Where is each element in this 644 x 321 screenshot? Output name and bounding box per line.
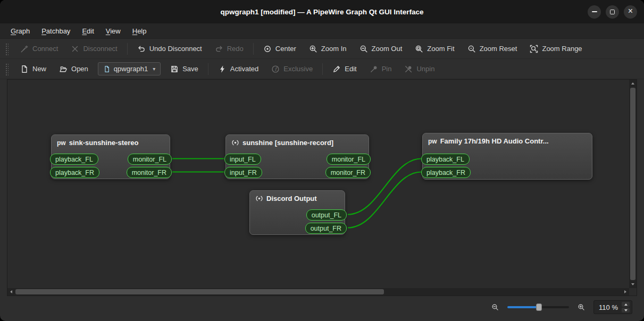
close-button[interactable]: × — [624, 5, 637, 19]
arrow-left-icon — [10, 290, 12, 293]
graph-port[interactable]: output_FL — [306, 209, 347, 221]
statusbar-zoom-in-button[interactable] — [575, 302, 587, 312]
menu-help[interactable]: Help — [127, 26, 152, 37]
zoom-in-button[interactable]: Zoom In — [303, 41, 353, 56]
maximize-icon — [610, 10, 615, 14]
zoom-decrement-button[interactable] — [622, 308, 630, 312]
edit-toggle[interactable]: Edit — [327, 62, 362, 77]
graph-canvas-frame: pw sink-sunshine-stereo playback_FL play… — [7, 79, 637, 296]
vertical-scrollbar[interactable] — [629, 80, 637, 288]
node-title: sink-sunshine-stereo — [69, 139, 139, 147]
exclusive-toggle[interactable]: f Exclusive — [265, 62, 319, 77]
close-icon: × — [628, 7, 633, 15]
pin-label: Pin — [382, 65, 392, 73]
disconnect-button[interactable]: Disconnect — [65, 41, 123, 56]
node-sunshine-record[interactable]: sunshine [sunshine-record] input_FL inpu… — [225, 134, 369, 179]
toolbar-grip-handle[interactable] — [5, 43, 9, 55]
new-patchbay-button[interactable]: New — [14, 62, 52, 77]
patchbay-file-icon — [103, 65, 111, 73]
scroll-up-button[interactable] — [629, 80, 637, 87]
zoom-range-icon — [530, 45, 538, 53]
zoom-range-button[interactable]: Zoom Range — [524, 41, 588, 56]
graph-port[interactable]: monitor_FR — [127, 167, 172, 178]
zoom-reset-button[interactable]: Zoom Reset — [462, 41, 523, 56]
exclusive-label: Exclusive — [283, 65, 313, 73]
undo-label: Undo Disconnect — [149, 45, 202, 53]
menu-help-label: elp — [137, 27, 146, 35]
node-title: Family 17h/19h HD Audio Contr... — [440, 137, 549, 145]
graph-port[interactable]: playback_FL — [50, 154, 98, 165]
pipewire-icon: pw — [428, 138, 437, 145]
exclusive-icon: f — [271, 65, 280, 73]
toolbar-separator — [208, 63, 208, 75]
scroll-right-button[interactable] — [622, 288, 629, 295]
toolbar-grip-handle[interactable] — [5, 63, 9, 75]
chevron-down-icon: ▾ — [153, 66, 155, 72]
menu-patchbay[interactable]: Patchbay — [36, 26, 76, 37]
graph-port[interactable]: playback_FR — [50, 167, 99, 178]
graph-port[interactable]: playback_FR — [421, 167, 471, 178]
redo-button[interactable]: Redo — [209, 41, 249, 56]
center-icon — [263, 45, 272, 53]
save-icon — [170, 65, 179, 73]
undo-button[interactable]: Undo Disconnect — [131, 41, 208, 56]
node-sink-sunshine-stereo[interactable]: pw sink-sunshine-stereo playback_FL play… — [51, 134, 170, 179]
maximize-button[interactable] — [606, 5, 619, 19]
connect-button[interactable]: Connect — [14, 41, 64, 56]
zoom-slider[interactable] — [507, 303, 569, 311]
zoom-spinbox[interactable]: 110 % — [593, 300, 632, 314]
horizontal-scrollbar[interactable] — [7, 288, 629, 295]
lightning-icon — [218, 65, 227, 73]
vertical-scrollbar-thumb[interactable] — [630, 88, 635, 280]
graph-port[interactable]: monitor_FL — [128, 154, 172, 165]
menu-edit[interactable]: Edit — [77, 26, 99, 37]
scrollbar-corner — [629, 288, 637, 295]
save-patchbay-button[interactable]: Save — [164, 62, 204, 77]
node-discord-output[interactable]: Discord Output output_FL output_FR — [249, 190, 345, 235]
zoom-in-label: Zoom In — [321, 45, 347, 53]
menu-view[interactable]: View — [101, 26, 126, 37]
zoom-value: 110 % — [599, 303, 618, 311]
horizontal-scrollbar-thumb[interactable] — [15, 289, 384, 294]
zoom-slider-handle[interactable] — [536, 303, 542, 311]
graph-port[interactable]: input_FR — [224, 167, 262, 178]
center-label: Center — [275, 45, 296, 53]
minimize-button[interactable] — [588, 5, 601, 19]
graph-canvas[interactable]: pw sink-sunshine-stereo playback_FL play… — [7, 80, 629, 288]
graph-port[interactable]: monitor_FL — [327, 154, 371, 165]
title-bar[interactable]: qpwgraph1 [modified] — A PipeWire Graph … — [0, 0, 644, 23]
zoom-in-icon — [309, 45, 317, 53]
app-window: qpwgraph1 [modified] — A PipeWire Graph … — [0, 0, 644, 321]
zoom-reset-icon — [467, 45, 476, 53]
node-family-hd-audio[interactable]: pw Family 17h/19h HD Audio Contr... play… — [422, 133, 592, 180]
pin-button[interactable]: Pin — [364, 62, 398, 77]
scroll-down-button[interactable] — [629, 281, 637, 288]
zoom-fit-button[interactable]: Zoom Fit — [409, 41, 460, 56]
zoom-out-button[interactable]: Zoom Out — [354, 41, 408, 56]
scroll-left-button[interactable] — [7, 288, 15, 295]
menu-graph[interactable]: Graph — [5, 26, 35, 37]
menu-view-mnemonic: V — [106, 27, 110, 35]
arrow-right-icon — [624, 290, 626, 293]
connect-label: Connect — [32, 45, 58, 53]
center-button[interactable]: Center — [257, 41, 302, 56]
open-patchbay-button[interactable]: Open — [53, 62, 94, 77]
graph-port[interactable]: output_FR — [305, 223, 347, 234]
zoom-out-label: Zoom Out — [372, 45, 403, 53]
patchbay-selector[interactable]: qpwgraph1 ▾ — [98, 62, 161, 75]
connection-edge[interactable] — [348, 172, 421, 228]
save-label: Save — [182, 65, 198, 73]
menu-graph-label: raph — [16, 27, 30, 35]
window-title: qpwgraph1 [modified] — A PipeWire Graph … — [220, 8, 423, 16]
connect-icon — [20, 45, 29, 53]
activated-toggle[interactable]: Activated — [212, 62, 264, 77]
statusbar-zoom-out-button[interactable] — [489, 302, 501, 312]
new-label: New — [32, 65, 46, 73]
graph-port[interactable]: input_FL — [224, 154, 261, 165]
zoom-reset-label: Zoom Reset — [480, 45, 517, 53]
graph-port[interactable]: playback_FL — [421, 154, 470, 165]
menu-edit-label: dit — [87, 27, 94, 35]
unpin-button[interactable]: Unpin — [398, 62, 440, 77]
graph-port[interactable]: monitor_FR — [325, 167, 371, 178]
zoom-increment-button[interactable] — [622, 302, 630, 307]
